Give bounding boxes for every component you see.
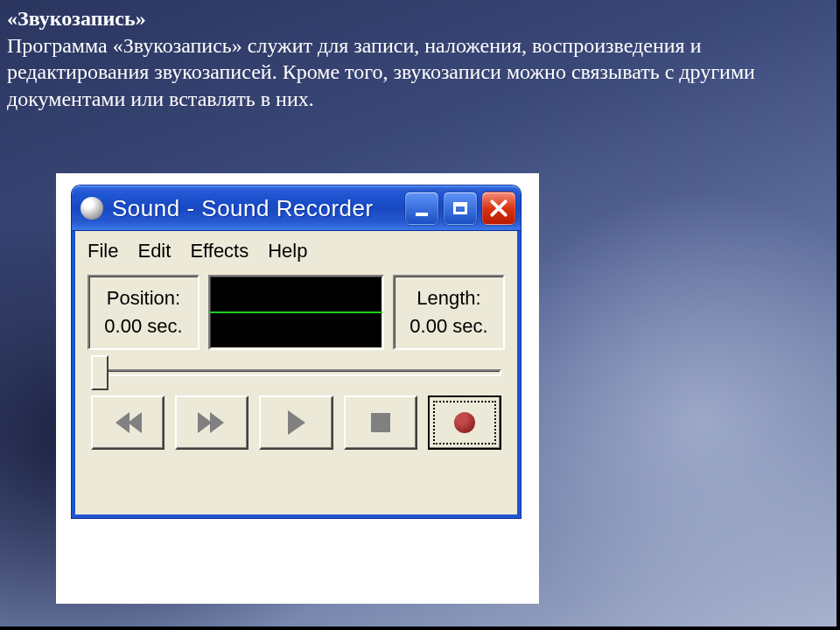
- sound-recorder-window: Sound - Sound Recorder File Edit Effects…: [72, 186, 521, 518]
- minimize-icon: [416, 213, 428, 216]
- record-icon: [454, 412, 475, 433]
- close-icon: [489, 199, 508, 218]
- minimize-button[interactable]: [405, 192, 438, 225]
- stop-icon: [371, 413, 390, 432]
- menu-help[interactable]: Help: [268, 240, 307, 262]
- titlebar[interactable]: Sound - Sound Recorder: [72, 186, 521, 231]
- position-box: Position: 0.00 sec.: [88, 275, 200, 350]
- speaker-icon: [80, 197, 103, 220]
- slide-body: Программа «Звукозапись» служит для запис…: [7, 34, 755, 110]
- play-button[interactable]: [259, 396, 332, 450]
- record-button[interactable]: [428, 396, 501, 450]
- length-value: 0.00 sec.: [395, 315, 503, 338]
- maximize-button[interactable]: [444, 192, 477, 225]
- menu-effects[interactable]: Effects: [190, 240, 248, 262]
- close-button[interactable]: [482, 192, 515, 225]
- window-body: File Edit Effects Help Position: 0.00 se…: [72, 231, 521, 518]
- length-label: Length:: [395, 287, 503, 310]
- play-icon: [288, 410, 305, 435]
- maximize-icon: [453, 202, 467, 214]
- window-title: Sound - Sound Recorder: [112, 195, 396, 222]
- seek-start-button[interactable]: [91, 396, 164, 450]
- titlebar-buttons: [405, 192, 515, 225]
- waveform-display: [208, 275, 384, 350]
- position-label: Position:: [89, 287, 198, 310]
- fast-forward-icon: [200, 412, 224, 433]
- display-row: Position: 0.00 sec. Length: 0.00 sec.: [75, 275, 517, 350]
- rewind-icon: [116, 412, 140, 433]
- slide-title: «Звукозапись»: [7, 7, 146, 30]
- waveform-line: [210, 312, 382, 313]
- slide-text: «Звукозапись» Программа «Звукозапись» сл…: [0, 0, 814, 113]
- menu-edit[interactable]: Edit: [137, 240, 171, 262]
- menubar: File Edit Effects Help: [75, 231, 517, 275]
- menu-file[interactable]: File: [88, 240, 118, 262]
- screenshot-container: Sound - Sound Recorder File Edit Effects…: [56, 173, 539, 604]
- transport-controls: [75, 385, 517, 450]
- position-slider[interactable]: [91, 369, 501, 376]
- position-value: 0.00 sec.: [89, 315, 198, 338]
- position-slider-area: [75, 350, 517, 385]
- slider-thumb[interactable]: [91, 355, 108, 390]
- seek-end-button[interactable]: [175, 396, 248, 450]
- length-box: Length: 0.00 sec.: [393, 275, 505, 350]
- stop-button[interactable]: [344, 396, 417, 450]
